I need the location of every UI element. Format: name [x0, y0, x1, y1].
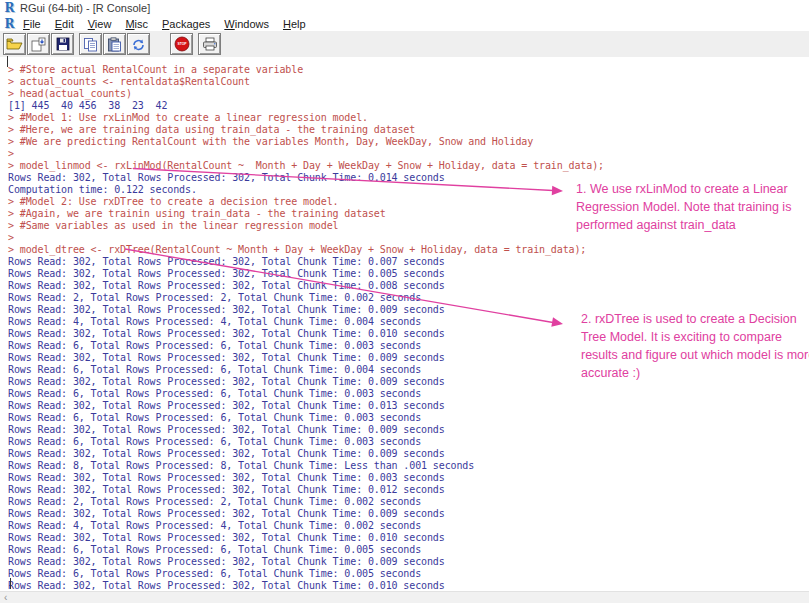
annotation-2-line: results and figure out which model is mo… [581, 346, 809, 364]
console-line: Rows Read: 302, Total Rows Processed: 30… [8, 556, 809, 568]
horizontal-scrollbar[interactable]: ‹ [0, 591, 809, 603]
console-line: Rows Read: 6, Total Rows Processed: 6, T… [8, 412, 809, 424]
text-caret-top [7, 56, 8, 67]
menu-file[interactable]: File [16, 18, 48, 30]
console-line: Rows Read: 302, Total Rows Processed: 30… [8, 532, 809, 544]
console-line: > #Here, we are training data using trai… [8, 124, 809, 136]
console-line: Rows Read: 6, Total Rows Processed: 6, T… [8, 388, 809, 400]
stop-label: STOP [177, 42, 187, 46]
console-line: > head(actual_counts) [8, 88, 809, 100]
console-line: > model_linmod <- rxLinMod(RentalCount ~… [8, 160, 809, 172]
copy-and-paste-button[interactable] [127, 33, 150, 55]
console-line: Rows Read: 8, Total Rows Processed: 8, T… [8, 460, 809, 472]
window-title: RGui (64-bit) - [R Console] [20, 2, 150, 14]
menu-bar: R File Edit View Misc Packages Windows H… [0, 16, 809, 31]
console-window-icon[interactable]: R [3, 18, 16, 30]
console-line: > #Model 1: Use rxLinMod to create a lin… [8, 112, 809, 124]
console-line: Rows Read: 302, Total Rows Processed: 30… [8, 508, 809, 520]
console-line: Rows Read: 302, Total Rows Processed: 30… [8, 256, 809, 268]
console-line: Rows Read: 302, Total Rows Processed: 30… [8, 472, 809, 484]
console-line: Rows Read: 302, Total Rows Processed: 30… [8, 448, 809, 460]
menu-packages[interactable]: Packages [155, 18, 217, 30]
text-caret [10, 578, 11, 589]
save-floppy-icon [56, 37, 70, 51]
console-line: Rows Read: 6, Total Rows Processed: 6, T… [8, 568, 809, 580]
console-line: > #Store actual RentalCount in a separat… [8, 64, 809, 76]
printer-icon [202, 37, 218, 51]
circular-arrows-icon [131, 37, 146, 52]
open-folder-icon [6, 37, 23, 51]
console-line: > actual_counts <- rentaldata$RentalCoun… [8, 76, 809, 88]
menu-windows[interactable]: Windows [217, 18, 276, 30]
r-logo-icon: R [3, 2, 16, 14]
menu-edit[interactable]: Edit [48, 18, 81, 30]
console-line: Rows Read: 302, Total Rows Processed: 30… [8, 280, 809, 292]
console-line: Rows Read: 2, Total Rows Processed: 2, T… [8, 496, 809, 508]
console-line: Rows Read: 302, Total Rows Processed: 30… [8, 424, 809, 436]
open-script-button[interactable] [3, 33, 26, 55]
annotation-2: 2. rxDTree is used to create a Decision … [581, 310, 809, 382]
stop-sign-icon: STOP [174, 36, 190, 52]
annotation-1-line: 1. We use rxLinMod to create a Linear [576, 180, 791, 198]
toolbar: STOP [0, 31, 809, 58]
stop-computation-button[interactable]: STOP [170, 33, 193, 55]
console-line: Rows Read: 6, Total Rows Processed: 6, T… [8, 436, 809, 448]
title-bar: R RGui (64-bit) - [R Console] [0, 0, 809, 16]
console-line: Rows Read: 302, Total Rows Processed: 30… [8, 400, 809, 412]
copy-icon [83, 37, 98, 52]
console-line: > #We are predicting RentalCount with th… [8, 136, 809, 148]
console-line: > model_dtree <- rxDTree(RentalCount ~ M… [8, 244, 809, 256]
menu-misc[interactable]: Misc [118, 18, 155, 30]
console-line: Rows Read: 302, Total Rows Processed: 30… [8, 484, 809, 496]
scroll-left-icon[interactable]: ‹ [4, 593, 7, 603]
load-workspace-icon [31, 37, 46, 52]
load-workspace-button[interactable] [27, 33, 50, 55]
console-line: Rows Read: 302, Total Rows Processed: 30… [8, 268, 809, 280]
annotation-2-line: Tree Model. It is exciting to compare [581, 328, 809, 346]
menu-view[interactable]: View [81, 18, 119, 30]
console-line: Rows Read: 6, Total Rows Processed: 6, T… [8, 544, 809, 556]
console-line: Rows Read: 4, Total Rows Processed: 4, T… [8, 520, 809, 532]
annotation-1: 1. We use rxLinMod to create a Linear Re… [576, 180, 791, 234]
print-button[interactable] [198, 33, 221, 55]
copy-button[interactable] [79, 33, 102, 55]
annotation-2-line: 2. rxDTree is used to create a Decision [581, 310, 809, 328]
annotation-2-line: accurate :) [581, 364, 809, 382]
console-line: Rows Read: 2, Total Rows Processed: 2, T… [8, 292, 809, 304]
console-line: > [8, 148, 809, 160]
annotation-1-line: Regression Model. Note that training is [576, 198, 791, 216]
paste-button[interactable] [103, 33, 126, 55]
console-line: [1] 445 40 456 38 23 42 [8, 100, 809, 112]
save-workspace-button[interactable] [51, 33, 74, 55]
annotation-1-line: performed against train_data [576, 216, 791, 234]
menu-help[interactable]: Help [276, 18, 313, 30]
paste-icon [107, 37, 122, 52]
